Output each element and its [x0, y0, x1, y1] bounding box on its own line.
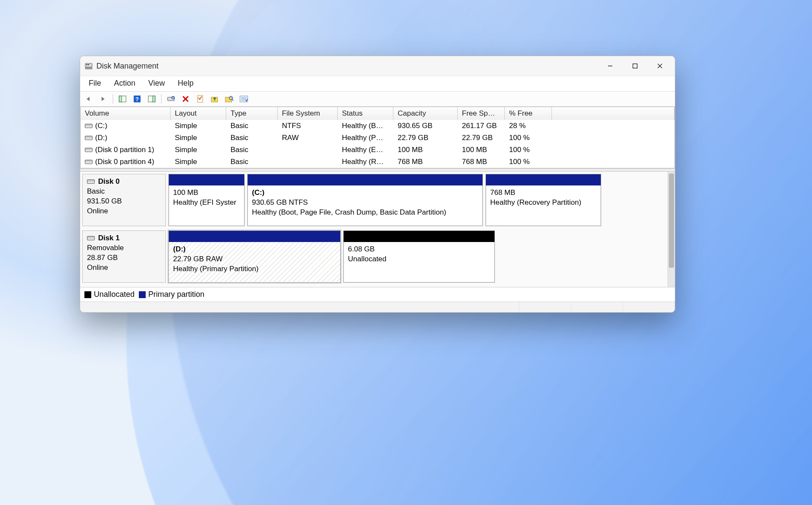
list-settings-button[interactable] [238, 93, 250, 105]
partition-header [486, 174, 601, 185]
col-layout[interactable]: Layout [171, 107, 226, 120]
col-volume[interactable]: Volume [81, 107, 171, 120]
svg-rect-3 [85, 68, 92, 69]
svg-rect-5 [633, 64, 637, 68]
disk-kind: Basic [87, 187, 161, 197]
volume-free: 100 MB [458, 145, 505, 155]
partition-line2: Healthy (Recovery Partition) [490, 198, 596, 208]
partition[interactable]: (D:)22.79 GB RAWHealthy (Primary Partiti… [168, 230, 341, 283]
col-freespace[interactable]: Free Sp… [458, 107, 505, 120]
partition-title: (C:) [252, 188, 478, 198]
svg-rect-13 [153, 96, 155, 102]
volume-row[interactable]: (D:)SimpleBasicRAWHealthy (P…22.79 GB22.… [81, 132, 674, 144]
volume-status: Healthy (E… [338, 145, 393, 155]
volume-capacity: 22.79 GB [393, 133, 458, 143]
volume-capacity: 930.65 GB [393, 121, 458, 131]
volume-row[interactable]: (C:)SimpleBasicNTFSHealthy (B…930.65 GB2… [81, 120, 674, 132]
volume-pctfree: 100 % [505, 133, 552, 143]
volume-free: 22.79 GB [458, 133, 505, 143]
partition-line2: Unallocated [348, 254, 490, 264]
svg-rect-2 [88, 64, 89, 65]
volume-type: Basic [226, 157, 278, 167]
disk-icon [85, 136, 93, 140]
volume-free: 768 MB [458, 157, 505, 167]
close-button[interactable] [647, 57, 672, 75]
disk-label[interactable]: Disk 0Basic931.50 GBOnline [82, 174, 166, 226]
delete-button[interactable] [180, 93, 192, 105]
col-type[interactable]: Type [226, 107, 278, 120]
vertical-scrollbar[interactable] [668, 172, 675, 287]
partition-line1: 768 MB [490, 188, 596, 198]
volume-list-header: Volume Layout Type File System Status Ca… [81, 107, 674, 120]
legend-primary: Primary partition [139, 290, 204, 299]
disk-state: Online [87, 263, 161, 273]
col-status[interactable]: Status [338, 107, 393, 120]
disk-icon [85, 124, 93, 128]
folder-search-button[interactable] [223, 93, 235, 105]
partition-line2: Healthy (Primary Partition) [173, 264, 336, 274]
maximize-button[interactable] [623, 57, 647, 75]
partition-header [248, 174, 482, 185]
help-button[interactable]: ? [131, 93, 143, 105]
volume-layout: Simple [171, 145, 226, 155]
partition[interactable]: 768 MBHealthy (Recovery Partition) [485, 174, 601, 226]
volume-filesystem [278, 145, 338, 155]
volume-list: Volume Layout Type File System Status Ca… [80, 107, 675, 168]
disk-block: Disk 0Basic931.50 GBOnline100 MBHealthy … [82, 174, 665, 226]
menu-help[interactable]: Help [175, 78, 196, 89]
minimize-button[interactable] [598, 57, 623, 75]
volume-filesystem: RAW [278, 133, 338, 143]
svg-rect-0 [85, 63, 92, 67]
menu-action[interactable]: Action [111, 78, 138, 89]
partition[interactable]: 100 MBHealthy (EFI Syster [168, 174, 245, 226]
legend-unallocated: Unallocated [84, 290, 135, 299]
disk-icon [87, 179, 95, 184]
partition-header [169, 174, 244, 185]
disk-label[interactable]: Disk 1Removable28.87 GBOnline [82, 230, 166, 283]
legend: Unallocated Primary partition [80, 287, 675, 302]
volume-type: Basic [226, 133, 278, 143]
svg-text:?: ? [135, 96, 139, 102]
window-title: Disk Management [96, 62, 159, 71]
toolbar-separator [113, 94, 113, 104]
volume-type: Basic [226, 121, 278, 131]
disk-kind: Removable [87, 243, 161, 253]
statusbar [80, 302, 675, 312]
volume-free: 261.17 GB [458, 121, 505, 131]
col-pctfree[interactable]: % Free [505, 107, 552, 120]
disk-icon [85, 160, 93, 164]
volume-layout: Simple [171, 157, 226, 167]
col-filesystem[interactable]: File System [278, 107, 338, 120]
volume-layout: Simple [171, 121, 226, 131]
partition-line1: 100 MB [173, 188, 240, 198]
disk-graphical-view: Disk 0Basic931.50 GBOnline100 MBHealthy … [80, 172, 668, 287]
partition-header [169, 231, 340, 242]
volume-row[interactable]: (Disk 0 partition 1)SimpleBasicHealthy (… [81, 144, 674, 156]
volume-filesystem: NTFS [278, 121, 338, 131]
menu-file[interactable]: File [86, 78, 104, 89]
disk-icon [87, 236, 95, 240]
folder-up-button[interactable] [209, 93, 221, 105]
properties-button[interactable] [194, 93, 206, 105]
volume-layout: Simple [171, 133, 226, 143]
volume-row[interactable]: (Disk 0 partition 4)SimpleBasicHealthy (… [81, 156, 674, 168]
refresh-button[interactable] [165, 93, 177, 105]
disk-icon [85, 148, 93, 152]
disk-name: Disk 0 [98, 177, 120, 187]
volume-status: Healthy (B… [338, 121, 393, 131]
show-hide-console-tree-button[interactable] [117, 93, 129, 105]
partition[interactable]: (C:)930.65 GB NTFSHealthy (Boot, Page Fi… [247, 174, 483, 226]
partition-unallocated[interactable]: 6.08 GBUnallocated [343, 230, 495, 283]
volume-status: Healthy (P… [338, 133, 393, 143]
disk-size: 28.87 GB [87, 253, 161, 263]
splitter[interactable] [80, 168, 675, 172]
show-hide-action-pane-button[interactable] [146, 93, 158, 105]
back-button[interactable] [83, 93, 95, 105]
forward-button[interactable] [97, 93, 109, 105]
partition-line1: 6.08 GB [348, 245, 490, 254]
partition-line1: 22.79 GB RAW [173, 254, 336, 264]
menu-view[interactable]: View [146, 78, 168, 89]
col-capacity[interactable]: Capacity [393, 107, 458, 120]
volume-name: (D:) [95, 134, 107, 142]
svg-rect-9 [119, 96, 122, 102]
